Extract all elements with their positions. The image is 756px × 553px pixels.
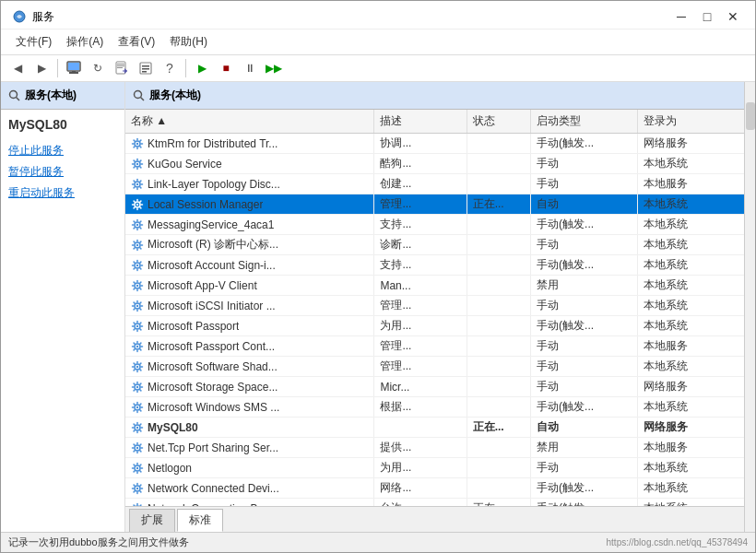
table-row[interactable]: KtmRm for Distributed Tr... 协调...手动(触发..… [125,134,744,154]
service-desc-cell: 管理... [374,357,467,377]
svg-line-94 [134,288,135,288]
svg-line-88 [140,262,141,263]
table-row[interactable]: Microsoft (R) 诊断中心标... 诊断...手动本地系统 [125,235,744,255]
col-header-status[interactable]: 状态 [467,110,530,134]
service-gear-icon [131,482,144,495]
table-row[interactable]: Microsoft Account Sign-i... 支持...手动(触发..… [125,255,744,276]
service-desc-cell: 管理... [374,296,467,316]
pause-service-button[interactable]: ⏸ [239,58,261,78]
back-button[interactable]: ◀ [6,58,29,78]
service-desc-cell: Man... [374,276,467,296]
forward-button[interactable]: ▶ [30,58,53,78]
menu-view[interactable]: 查看(V) [111,31,162,53]
export-button[interactable] [111,58,133,78]
table-row[interactable]: Microsoft Software Shad... 管理...手动本地系统 [125,357,744,377]
svg-line-148 [140,383,141,384]
svg-line-106 [134,302,135,303]
restart-service-link[interactable]: 重启动此服务 [8,185,117,201]
table-row[interactable]: Network Connection Bro... 允许...正在...手动(触… [125,499,744,507]
service-gear-icon [131,218,144,231]
service-name-cell: Microsoft (R) 诊断中心标... [125,235,374,255]
resume-service-button[interactable]: ▶▶ [263,58,285,78]
table-row[interactable]: MySQL80 正在...自动网络服务 [125,418,744,438]
stop-service-button[interactable]: ■ [215,58,237,78]
table-row[interactable]: Network Connected Devi... 网络...手动(触发...本… [125,478,744,499]
table-row[interactable]: Microsoft App-V Client Man...禁用本地系统 [125,276,744,296]
svg-point-70 [136,243,138,245]
show-console-button[interactable] [63,58,85,78]
service-login-cell: 本地系统 [637,397,744,418]
menu-action[interactable]: 操作(A) [59,31,111,53]
service-login-cell: 本地系统 [637,276,744,296]
close-button[interactable]: ✕ [722,8,744,25]
tab-extended[interactable]: 扩展 [129,509,175,532]
main-content: 服务(本地) MySQL80 停止此服务 暂停此服务 重启动此服务 服务(本地) [1,82,755,532]
col-header-startup[interactable]: 启动类型 [531,110,638,134]
service-name-text: MySQL80 [148,421,198,434]
service-status-cell [467,397,530,418]
start-service-button[interactable]: ▶ [191,58,213,78]
service-gear-icon [131,300,144,312]
svg-line-136 [134,363,135,364]
service-status-cell [467,235,530,255]
svg-line-104 [134,308,135,309]
service-gear-icon [131,462,144,475]
service-name-cell: Microsoft Software Shad... [125,357,374,377]
status-text: 记录一次初用dubbo服务之间用文件做务 [8,535,189,549]
service-status-cell [467,458,530,478]
watermark: https://blog.csdn.net/qq_45378494 [607,537,748,547]
service-desc-cell: 支持... [374,255,467,276]
svg-line-76 [134,241,135,242]
svg-line-98 [140,282,141,283]
search-icon [8,89,21,102]
col-header-desc[interactable]: 描述 [374,110,467,134]
svg-rect-10 [123,71,127,72]
title-bar-left: 服务 [12,9,54,25]
service-name-cell: Microsoft Passport [125,316,374,336]
table-row[interactable]: Microsoft Passport Cont... 管理...手动本地服务 [125,336,744,357]
service-name-text: KtmRm for Distributed Tr... [148,137,278,150]
table-row[interactable]: Netlogon 为用...手动本地系统 [125,458,744,478]
service-name-cell: Link-Layer Topology Disc... [125,174,374,194]
service-login-cell: 网络服务 [637,134,744,154]
help-toolbar-button[interactable]: ? [159,58,181,78]
table-row[interactable]: MessagingService_4aca1 支持...手动(触发...本地系统 [125,215,744,235]
svg-point-100 [136,304,138,306]
table-row[interactable]: Net.Tcp Port Sharing Ser... 提供...禁用本地服务 [125,438,744,458]
svg-point-15 [10,90,18,98]
menu-file[interactable]: 文件(F) [8,31,59,53]
service-status-cell [467,478,530,499]
refresh-button[interactable]: ↻ [87,58,109,78]
table-row[interactable]: Microsoft iSCSI Initiator ... 管理...手动本地系… [125,296,744,316]
service-status-cell [467,296,530,316]
stop-service-link[interactable]: 停止此服务 [8,143,117,159]
service-login-cell: 本地系统 [637,235,744,255]
table-row[interactable]: Microsoft Passport 为用...手动(触发...本地系统 [125,316,744,336]
pause-service-link[interactable]: 暂停此服务 [8,164,117,180]
service-login-cell: 本地系统 [637,255,744,276]
service-status-cell [467,174,530,194]
service-name-text: Microsoft iSCSI Initiator ... [148,300,276,312]
col-header-login[interactable]: 登录为 [637,110,744,134]
app-icon [12,9,27,24]
table-row[interactable]: Microsoft Storage Space... Micr...手动网络服务 [125,377,744,397]
scrollbar-thumb[interactable] [746,102,755,130]
properties-button[interactable] [135,58,157,78]
col-header-name[interactable]: 名称 ▲ [125,110,374,134]
service-desc-cell: 根据... [374,397,467,418]
svg-line-78 [140,241,141,242]
table-row[interactable]: KuGou Service 酷狗...手动本地系统 [125,154,744,174]
svg-line-132 [140,369,141,370]
table-row[interactable]: Link-Layer Topology Disc... 创建...手动本地服务 [125,174,744,194]
service-status-cell [467,316,530,336]
table-row[interactable]: Microsoft Windows SMS ... 根据...手动(触发...本… [125,397,744,418]
tab-standard[interactable]: 标准 [177,509,223,532]
minimize-button[interactable]: ─ [670,8,692,25]
menu-help[interactable]: 帮助(H) [162,31,215,53]
maximize-button[interactable]: □ [696,8,718,25]
services-table[interactable]: 名称 ▲ 描述 状态 启动类型 登录为 KtmRm for Distri [125,110,744,506]
svg-line-196 [134,485,135,486]
table-row[interactable]: Local Session Manager 管理...正在...自动本地系统 [125,194,744,215]
svg-line-156 [134,404,135,405]
svg-line-84 [134,267,135,268]
